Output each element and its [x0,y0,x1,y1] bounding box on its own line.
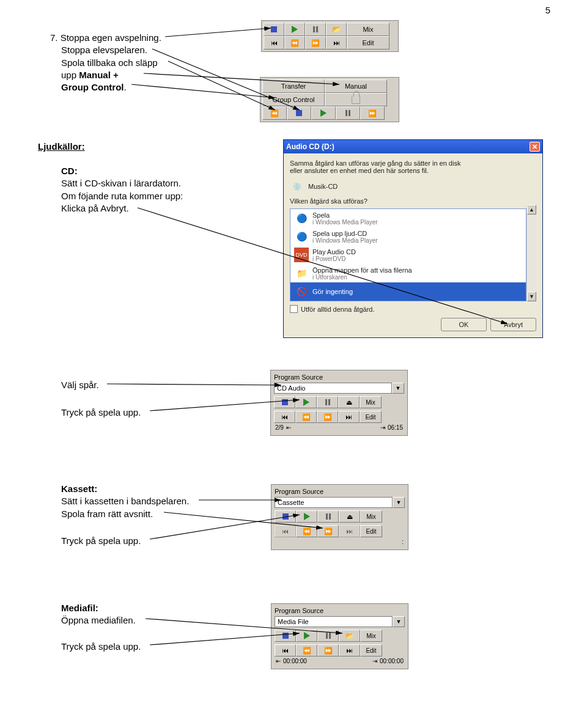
option-play-wmp[interactable]: 🔵 Spela i Windows Media Player [290,209,526,227]
skip-start-button[interactable]: ⏮ [275,644,296,656]
instr-line: Sätt i CD-skivan i lärardatorn. [61,177,245,189]
ps-infobar: : [275,537,405,546]
pause-button[interactable] [317,630,339,642]
option-powerdvd[interactable]: DVD Play Audio CD i PowerDVD [290,246,526,264]
subhead-mediafil: Mediafil: [61,602,245,614]
skip-end-button[interactable]: ⏭ [338,411,360,423]
play-button[interactable] [311,106,336,120]
mix-button[interactable]: Mix [360,630,382,642]
play-button[interactable] [296,630,317,642]
forward-button[interactable]: ⏩ [317,644,339,656]
option-open-folder[interactable]: 📁 Öppna mappen för att visa filerna i Ut… [290,264,526,282]
rewind-button[interactable]: ⏪ [296,525,317,537]
instr-tryck-spela-2: Tryck på spela upp. [61,535,141,547]
skip-end-button[interactable]: ⏭ [339,644,360,656]
ps-select[interactable]: CD Audio ▼ [274,383,404,394]
group-control-button[interactable]: Group Control [262,93,325,106]
group-toolbar-panel: Transfer Manual Group Control ⏪ ⏩ [260,77,399,122]
instr-line: Öppna mediafilen. [61,614,245,627]
instr-step7: 7. Stoppa egen avspelning. Stoppa elevsp… [50,32,221,94]
chevron-down-icon: ▼ [396,619,402,625]
dropdown-button[interactable]: ▼ [393,497,405,508]
option-do-nothing[interactable]: 🚫 Gör ingenting [290,282,526,301]
close-button[interactable]: ✕ [530,142,540,152]
scroll-down-button[interactable]: ▼ [527,292,536,301]
scroll-up-button[interactable]: ▲ [527,205,536,215]
marker-right-icon: ⇥ [372,658,377,664]
checkbox[interactable] [290,305,298,313]
option-text: Spela i Windows Media Player [312,211,378,226]
pause-button[interactable] [317,396,338,408]
stop-button[interactable] [264,23,284,36]
rewind-button[interactable]: ⏪ [296,644,317,656]
instr-mediafil: Mediafil: Öppna mediafilen. [61,602,245,627]
stop-button[interactable] [275,510,296,523]
dropdown-button[interactable]: ▼ [392,383,404,394]
always-checkbox-row[interactable]: Utför alltid denna åtgärd. [290,305,536,313]
content-type-row: 💿 Musik-CD [290,179,536,194]
stop-button[interactable] [287,106,311,120]
ok-button[interactable]: OK [441,318,487,331]
transfer-button[interactable]: Transfer [262,79,325,93]
dialog-title: Audio CD (D:) [286,142,334,151]
rewind-button[interactable]: ⏪ [262,106,287,120]
rewind-button[interactable]: ⏪ [284,36,305,50]
ps-label: Program Source [275,488,405,495]
rewind-button[interactable]: ⏪ [295,411,317,423]
dropdown-button[interactable]: ▼ [393,616,405,627]
eject-button[interactable]: ⏏ [338,396,360,408]
skip-end-button[interactable]: ⏭ [326,36,347,50]
subhead-kassett: Kassett: [61,483,245,495]
chevron-down-icon: ▼ [396,499,402,506]
pause-button[interactable] [305,23,326,36]
forward-button[interactable]: ⏩ [305,36,326,50]
play-button[interactable] [295,396,317,408]
skip-start-button[interactable]: ⏮ [264,36,284,50]
forward-button[interactable]: ⏩ [317,525,339,537]
mix-button[interactable]: Mix [347,23,389,36]
toolbar-row: Transfer Manual [262,79,397,93]
ps-label: Program Source [275,607,405,614]
play-button[interactable] [296,510,317,523]
scrollbar[interactable]: ▲ ▼ [526,205,536,301]
stop-button[interactable] [274,396,295,408]
instr-line: Stoppa elevspelaren. [61,44,221,56]
ps-select[interactable]: Media File ▼ [275,616,405,627]
player-toolbar-panel: 📂 Mix ⏮ ⏪ ⏩ ⏭ Edit [261,20,399,52]
edit-button[interactable]: Edit [360,644,382,656]
svg-line-6 [107,384,281,385]
pause-icon [325,399,330,405]
mix-button[interactable]: Mix [360,510,382,523]
option-playaudio-wmp[interactable]: 🔵 Spela upp ljud-CD i Windows Media Play… [290,227,526,246]
edit-button[interactable]: Edit [347,36,389,50]
pause-button[interactable] [317,510,339,523]
stop-button[interactable] [275,630,296,642]
mix-button[interactable]: Mix [360,396,382,408]
pc-row2: ⏮ ⏪ ⏩ ⏭ Edit [274,411,404,423]
stop-icon [271,26,277,32]
option-list[interactable]: 🔵 Spela i Windows Media Player 🔵 Spela u… [290,208,526,301]
open-button[interactable]: 📂 [326,23,347,36]
dialog-intro: Samma åtgärd kan utföras varje gång du s… [290,160,536,167]
skip-end-button: ⏭ [339,525,360,537]
option-text: Play Audio CD i PowerDVD [312,248,356,262]
edit-button[interactable]: Edit [360,525,382,537]
pause-icon [313,26,318,32]
play-button[interactable] [284,23,305,36]
ps-select[interactable]: Cassette ▼ [275,497,405,508]
forward-button[interactable]: ⏩ [360,106,385,120]
open-button[interactable]: 📂 [339,630,360,642]
time-display: ⇥ 06:15 [380,424,403,431]
skip-start-button[interactable]: ⏮ [274,411,295,423]
no-action-icon: 🚫 [294,284,309,299]
pause-button[interactable] [336,106,360,120]
dialog-question: Vilken åtgärd ska utföras? [290,197,536,205]
program-source-panel-mediafile: Program Source Media File ▼ 📂 Mix ⏮ ⏪ ⏩ … [271,603,408,669]
forward-button[interactable]: ⏩ [317,411,338,423]
avbryt-button[interactable]: Avbryt [490,318,536,331]
marker-right-icon: ⇥ [380,424,385,431]
eject-button[interactable]: ⏏ [339,510,360,523]
ps-infobar: 2/9 ⇤ ⇥ 06:15 [274,423,404,432]
edit-button[interactable]: Edit [360,411,382,423]
lock-button[interactable] [325,93,387,106]
